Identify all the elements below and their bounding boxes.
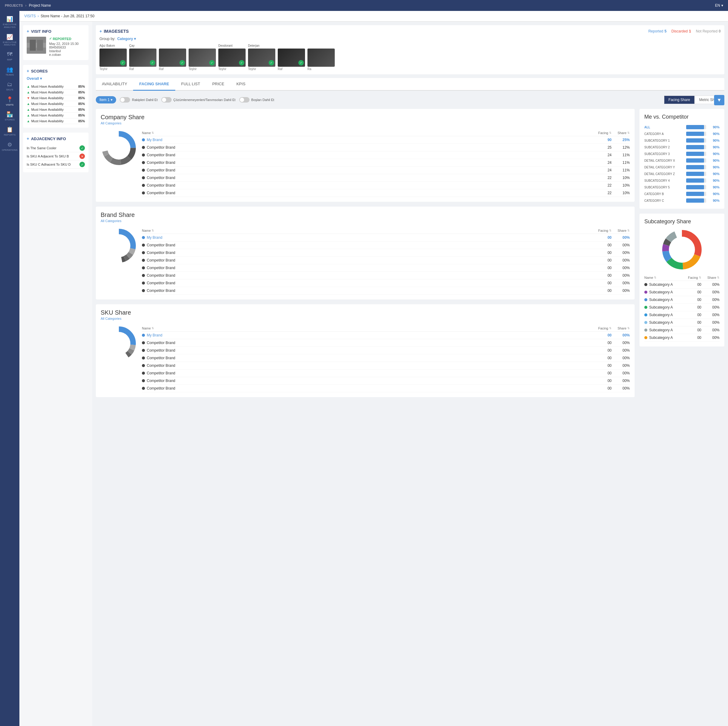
dot-dark [142,191,145,195]
dot-dark [142,267,145,270]
tab-price[interactable]: PRICE [206,78,231,91]
tab-kpis[interactable]: KPIS [231,78,252,91]
col-header-name[interactable]: Name ⇅ [142,326,593,330]
item-dropdown[interactable]: Item 1 ▾ [96,96,116,103]
imageset-thumb: ✓ [159,49,186,67]
sidebar-item-reports[interactable]: 📋 REPORTS [0,124,19,139]
sub-title: Subcategory Share [644,218,719,225]
sidebar-item-stores[interactable]: 🏪 STORES [0,109,19,124]
projects-link[interactable]: PROJECTS [5,4,23,7]
adj-row: Is SKU A Adjacent To SKU B ✕ [27,152,85,161]
share-table-row: Competitor Brand 24 11% [142,167,630,174]
tab-facing-share[interactable]: FACING SHARE [133,78,175,91]
filter-bar: Item 1 ▾ Rakipleri Dahil Et Çözümlenem [96,96,724,104]
operations-icon: ⚙ [7,141,12,148]
share-table-row: Competitor Brand 00 00% [142,339,630,347]
col-header-facing[interactable]: Facing ⇅ [593,229,612,233]
top-bar: PROJECTS › Project Name EN ▾ [0,0,728,11]
imageset-badge: ✓ [239,60,245,66]
mvc-title: Me vs. Competitor [644,114,719,120]
btn-facing-share[interactable]: Facing Share [664,96,694,104]
mvc-row: CATEGORY A 90% [644,130,719,137]
dot-dark [142,244,145,247]
share-table-row: Competitor Brand 24 11% [142,152,630,159]
sku-share-table: Name ⇅ Facing ⇅ Share [142,325,630,392]
breadcrumb: VISITS › Store Name - Jun 28, 2021 17:50 [19,11,728,21]
imageset-thumb: ✓ [218,49,246,67]
imageset-item[interactable]: ✓ Teşhir [189,44,216,71]
sidebar-item-visits[interactable]: 📍 VISITS [0,94,19,109]
imageset-item[interactable]: Deodorant ✓ Teşhir [218,44,246,71]
imageset-item[interactable]: ✓ Raf [159,44,186,71]
imageset-item[interactable]: Deterjan ✓ Teşhir [248,44,275,71]
tab-full-list[interactable]: FULL LIST [175,78,206,91]
col-header-share[interactable]: Share ⇅ [612,229,630,233]
svg-point-10 [107,136,130,159]
group-by-dropdown[interactable]: Category ▾ [117,37,136,41]
col-header-share[interactable]: Share ⇅ [612,326,630,330]
sub-share-row: Subcategory A 00 00% [644,304,719,311]
sidebar-item-executive-analysis-1[interactable]: 📊 EXECUTIVE ANALYSIS [0,13,19,31]
adj-check-red: ✕ [80,153,85,159]
plus-icon-scores: + [27,69,29,74]
stores-icon: 🏪 [6,111,13,118]
col-header-facing[interactable]: Facing ⇅ [683,276,701,279]
toggle-rakipleri[interactable] [120,97,130,103]
language-selector[interactable]: EN ▾ [715,3,723,8]
breadcrumb-visits[interactable]: VISITS [24,14,36,18]
sort-icon: ⇅ [609,229,612,232]
mvc-row: DETAIL CATEGORY X 90% [644,157,719,164]
col-header-facing[interactable]: Facing ⇅ [593,326,612,330]
svg-rect-3 [37,40,43,51]
score-row: ▲Must Have Availability 85% [27,107,85,113]
sidebar: 📊 EXECUTIVE ANALYSIS 📈 EXECUTIVE ANALYSI… [0,11,19,726]
mvc-bar-container [686,198,706,203]
mvc-row: SUBCATEGORY 1 90% [644,137,719,144]
reports-icon: 📋 [6,126,13,133]
subcategory-donut [661,228,703,271]
imageset-item[interactable]: Ağız Bakım ✓ Teşhir [99,44,127,71]
mvc-row: CATEGORY B 90% [644,190,719,197]
toggle-cozumlenemeyenler[interactable] [161,97,171,103]
sidebar-item-map[interactable]: 🗺 MAP [0,49,19,64]
col-header-name[interactable]: Name ⇅ [142,229,593,233]
imageset-badge: ✓ [179,60,185,66]
tab-availability[interactable]: AVAILABILITY [96,78,133,91]
col-header-name[interactable]: Name ⇅ [644,276,683,279]
dot-dark [142,153,145,156]
imageset-item[interactable]: Ra [307,44,335,71]
col-header-share[interactable]: Share ⇅ [612,131,630,135]
share-table-row: Competitor Brand 00 00% [142,369,630,377]
imageset-item[interactable]: ✓ Raf [278,44,305,71]
share-table-row: Competitor Brand 00 00% [142,354,630,362]
sidebar-item-operations[interactable]: ⚙ OPERATIONS [0,139,19,154]
overall-dropdown[interactable]: Overall ▾ [27,77,42,81]
filter-button[interactable]: ▼ [714,95,724,105]
dot [644,298,647,301]
toggle-boslari[interactable] [239,97,249,103]
share-table-row: Competitor Brand 00 00% [142,249,630,257]
brand-share-title: Brand Share [101,211,630,218]
mvc-row: DETAIL CATEGORY Z 90% [644,170,719,177]
score-row: ▲Must Have Availability 85% [27,118,85,124]
col-header-facing[interactable]: Facing ⇅ [593,131,612,135]
share-table-row: Competitor Brand 00 00% [142,272,630,279]
score-row: ▼Must Have Availability 85% [27,95,85,101]
sidebar-item-executive-analysis-2[interactable]: 📈 EXECUTIVE ANALYSIS [0,31,19,49]
sidebar-item-teams[interactable]: 👥 TEAMS [0,64,19,79]
dot-dark [142,349,145,352]
imageset-item[interactable]: Çay ✓ Raf [129,44,156,71]
sku-share-subtitle: All Categories [101,317,630,320]
share-table-row: Competitor Brand 24 11% [142,159,630,167]
stat-not-reported: Not Reported 0 [696,29,721,34]
mvc-bar [686,178,704,183]
imageset-thumb: ✓ [99,49,127,67]
share-table-row: Competitor Brand 00 00% [142,385,630,392]
svg-rect-2 [30,40,36,51]
col-header-name[interactable]: Name ⇅ [142,131,593,135]
toggle-group-1: Rakipleri Dahil Et [120,97,158,103]
imageset-row: Ağız Bakım ✓ Teşhir Çay ✓ [99,44,721,71]
col-header-share[interactable]: Share ⇅ [701,276,719,279]
sidebar-item-skus[interactable]: 🗂 SKU'S [0,79,19,94]
arrow-up-icon: ▲ [27,85,30,88]
